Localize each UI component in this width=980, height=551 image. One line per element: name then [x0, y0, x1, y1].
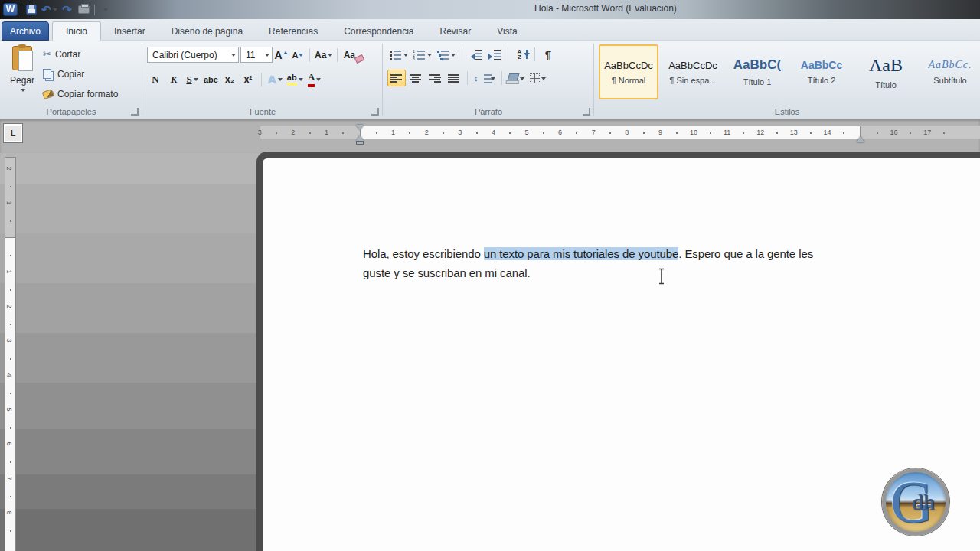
- tab-dise-o-de-p-gina[interactable]: Diseño de página: [158, 21, 256, 41]
- divider: [467, 71, 468, 85]
- bullets-button[interactable]: [387, 46, 410, 63]
- hruler-tick: [643, 132, 645, 134]
- horizontal-ruler[interactable]: 32112345678910111213141617: [260, 123, 980, 142]
- italic-button[interactable]: K: [165, 71, 182, 87]
- tab-archivo[interactable]: Archivo: [2, 21, 49, 41]
- font-family-combobox[interactable]: Calibri (Cuerpo): [147, 47, 239, 63]
- hruler-number: 13: [790, 129, 798, 136]
- multilevel-list-button[interactable]: [435, 46, 458, 63]
- text-highlight-button[interactable]: ab: [286, 71, 305, 87]
- align-center-button[interactable]: [407, 70, 425, 86]
- copy-button[interactable]: Copiar: [43, 67, 118, 81]
- justify-button[interactable]: [445, 70, 463, 86]
- tab-insertar[interactable]: Insertar: [101, 21, 158, 41]
- style-nospace[interactable]: AaBbCcDc¶ Sin espa...: [663, 44, 723, 99]
- bold-button[interactable]: N: [147, 71, 164, 87]
- numbering-button[interactable]: [411, 46, 434, 63]
- hruler-tick: [776, 132, 778, 134]
- grow-font-button[interactable]: A: [273, 47, 289, 63]
- chevron-down-icon: [278, 78, 283, 83]
- hruler-tick: [710, 132, 711, 134]
- increase-indent-button[interactable]: [485, 46, 504, 63]
- clipboard-dialog-launcher[interactable]: [131, 108, 139, 116]
- borders-icon: [530, 73, 540, 83]
- tab-correspondencia[interactable]: Correspondencia: [331, 21, 426, 41]
- text-effects-button[interactable]: A: [266, 71, 284, 87]
- font-dialog-launcher[interactable]: [371, 108, 379, 116]
- shrink-font-button[interactable]: A: [289, 47, 306, 63]
- paint-bucket-icon: [507, 73, 519, 80]
- down-arrow-icon: [526, 50, 528, 59]
- text-selection[interactable]: un texto para mis tutoriales de youtube: [484, 247, 679, 260]
- style-sample: AaBbCcDc: [668, 60, 717, 71]
- tab-referencias[interactable]: Referencias: [256, 21, 331, 41]
- style-title[interactable]: AaBTítulo: [856, 44, 916, 99]
- hruler-tick: [409, 132, 410, 134]
- strikethrough-button[interactable]: abe: [202, 71, 220, 87]
- window-title: Hola - Microsoft Word (Evaluación): [490, 3, 796, 14]
- logo-letters-dh: dh: [912, 489, 935, 515]
- document-paragraph[interactable]: Hola, estoy escribiendo un texto para mi…: [363, 244, 868, 282]
- change-case-button[interactable]: Aa: [313, 47, 334, 63]
- format-painter-icon: [42, 88, 55, 99]
- vruler-tick: [10, 358, 11, 360]
- underline-glyph: S: [186, 73, 191, 86]
- paragraph-dialog-launcher[interactable]: [583, 108, 590, 116]
- style-normal[interactable]: AaBbCcDc¶ Normal: [599, 44, 658, 99]
- undo-button[interactable]: ↶: [41, 3, 57, 17]
- tab-revisar[interactable]: Revisar: [427, 21, 485, 41]
- redo-button[interactable]: ↷: [60, 3, 74, 17]
- right-indent-marker[interactable]: [857, 132, 864, 142]
- divider: [501, 71, 502, 85]
- superscript-button[interactable]: x²: [240, 71, 256, 87]
- borders-button[interactable]: [528, 70, 548, 86]
- cut-button[interactable]: ✂Cortar: [43, 47, 118, 61]
- left-indent-marker[interactable]: [356, 141, 364, 145]
- style-h2[interactable]: AaBbCcTítulo 2: [792, 44, 851, 99]
- page[interactable]: Hola, estoy escribiendo un texto para mi…: [263, 158, 980, 551]
- shading-button[interactable]: [506, 70, 527, 86]
- group-parrafo: AZ ¶ ↕ Párrafo: [383, 41, 594, 119]
- decrease-indent-button[interactable]: [466, 46, 485, 63]
- print-button[interactable]: [77, 3, 91, 17]
- style-name: Título 1: [743, 77, 772, 86]
- subscript-button[interactable]: x₂: [221, 71, 238, 87]
- format-painter-button[interactable]: Copiar formato: [43, 86, 118, 101]
- font-color-button[interactable]: A: [306, 71, 323, 87]
- numbered-list-icon: [413, 50, 426, 60]
- hruler-number: 7: [592, 129, 596, 136]
- hruler-tick: [543, 132, 544, 134]
- hruler-tick: [342, 132, 344, 134]
- clear-formatting-button[interactable]: Aa: [341, 47, 358, 63]
- hruler-number: 14: [823, 129, 831, 136]
- hruler-number: 4: [492, 129, 495, 136]
- vertical-ruler[interactable]: 2112345678: [5, 157, 18, 551]
- hruler-tick: [910, 132, 911, 134]
- font-size-combobox[interactable]: 11: [240, 47, 273, 63]
- tab-stop-selector[interactable]: L: [3, 123, 23, 143]
- divider: [261, 73, 262, 86]
- chevron-down-icon: [53, 8, 57, 14]
- align-right-button[interactable]: [426, 70, 444, 86]
- printer-icon: [78, 5, 90, 14]
- align-left-button[interactable]: [387, 70, 406, 86]
- save-button[interactable]: [24, 3, 38, 17]
- word-logo-icon[interactable]: W: [3, 3, 18, 16]
- hruler-tick: [810, 132, 812, 134]
- style-subtitle[interactable]: AaBbCc.Subtítulo: [920, 44, 980, 99]
- change-case-glyph: Aa: [315, 50, 326, 60]
- tab-inicio[interactable]: Inicio: [52, 21, 101, 41]
- chevron-down-icon: [316, 78, 321, 83]
- paste-button[interactable]: Pegar: [5, 44, 40, 104]
- hanging-indent-marker[interactable]: [356, 132, 364, 141]
- show-marks-button[interactable]: ¶: [539, 46, 557, 63]
- underline-button[interactable]: S: [184, 71, 201, 87]
- sort-button[interactable]: AZ: [512, 46, 531, 63]
- line-spacing-button[interactable]: ↕: [472, 70, 498, 86]
- qat-customize-button[interactable]: [98, 3, 112, 17]
- text-effects-glyph: A: [268, 73, 276, 86]
- style-h1[interactable]: AaBbC(Título 1: [727, 44, 787, 99]
- decrease-indent-icon: [469, 50, 482, 60]
- tab-vista[interactable]: Vista: [484, 21, 530, 41]
- chevron-down-icon: [265, 54, 270, 59]
